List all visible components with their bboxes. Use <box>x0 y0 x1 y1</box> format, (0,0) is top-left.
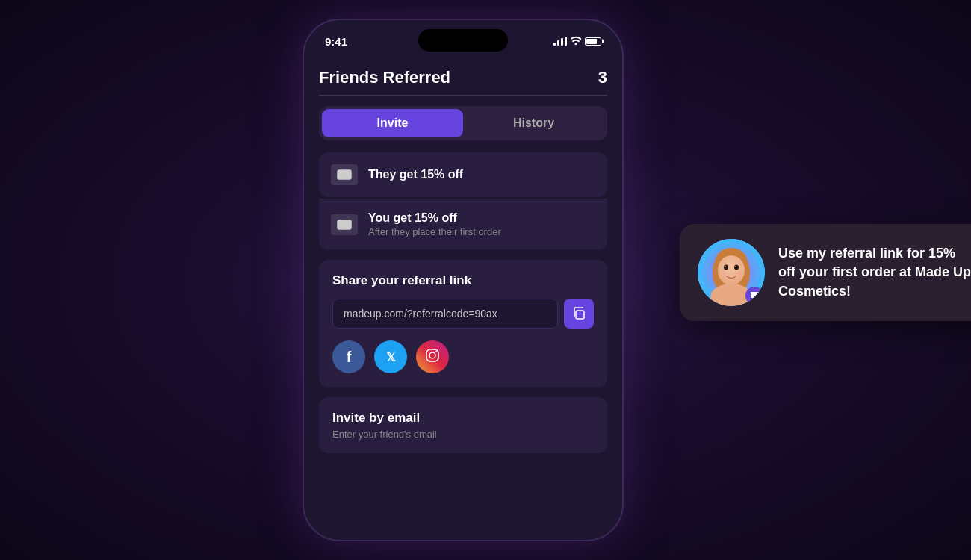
dynamic-island <box>418 29 508 52</box>
instagram-icon <box>425 348 440 367</box>
svg-rect-4 <box>338 220 351 229</box>
svg-point-16 <box>718 255 745 285</box>
wifi-icon <box>571 36 581 47</box>
status-bar: 9:41 <box>304 20 622 53</box>
svg-point-20 <box>735 266 736 267</box>
they-get-text: They get 15% off <box>368 168 463 181</box>
header-divider <box>319 95 607 96</box>
tab-history[interactable]: History <box>463 109 604 137</box>
svg-point-22 <box>736 272 742 276</box>
phone-content: Friends Referred 3 Invite History The <box>304 53 622 453</box>
copy-icon <box>572 307 586 320</box>
svg-rect-8 <box>576 311 584 319</box>
svg-point-19 <box>725 266 726 267</box>
coupon-icon-1 <box>331 164 358 185</box>
page-title: Friends Referred <box>319 68 450 87</box>
coupon-icon-2 <box>331 214 358 235</box>
email-section: Invite by email Enter your friend's emai… <box>319 397 607 453</box>
instagram-button[interactable] <box>416 340 449 373</box>
svg-point-11 <box>435 351 437 352</box>
share-section: Share your referral link f 𝕏 <box>319 260 607 387</box>
facebook-button[interactable]: f <box>332 340 365 373</box>
notification-text: Use my referral link for 15% off your fi… <box>778 244 971 301</box>
svg-point-10 <box>429 352 435 358</box>
copy-button[interactable] <box>564 299 594 329</box>
tab-invite[interactable]: Invite <box>322 109 463 137</box>
message-icon <box>750 291 760 301</box>
you-get-text: You get 15% off <box>368 211 501 225</box>
friends-count: 3 <box>598 68 607 87</box>
svg-point-21 <box>720 272 726 276</box>
svg-point-18 <box>734 265 739 270</box>
referral-url-input[interactable] <box>332 299 558 329</box>
avatar <box>698 239 765 306</box>
email-section-title: Invite by email <box>332 411 594 426</box>
status-icons <box>553 36 601 47</box>
twitter-button[interactable]: 𝕏 <box>374 340 407 373</box>
facebook-icon: f <box>347 349 352 366</box>
signal-icon <box>553 37 567 46</box>
phone-frame: 9:41 Friends Referred 3 <box>303 19 624 541</box>
referral-row <box>332 299 594 329</box>
svg-point-2 <box>339 172 341 173</box>
share-title: Share your referral link <box>332 273 594 288</box>
status-time: 9:41 <box>325 35 347 48</box>
email-section-subtitle: Enter your friend's email <box>332 429 594 440</box>
benefit-card-they-get: They get 15% off <box>319 152 607 197</box>
page-header: Friends Referred 3 <box>319 53 607 95</box>
svg-point-3 <box>339 176 341 178</box>
benefit-card-you-get: You get 15% off After they place their f… <box>319 199 607 249</box>
svg-rect-0 <box>338 170 351 179</box>
svg-point-17 <box>724 265 728 270</box>
twitter-icon: 𝕏 <box>386 350 396 364</box>
svg-point-7 <box>339 226 341 228</box>
battery-icon <box>585 37 601 46</box>
social-buttons-row: f 𝕏 <box>332 340 594 373</box>
tab-bar: Invite History <box>319 106 607 140</box>
notification-card: Use my referral link for 15% off your fi… <box>680 224 971 321</box>
you-get-subtext: After they place their first order <box>368 226 501 237</box>
svg-point-6 <box>339 222 341 223</box>
message-badge <box>745 287 763 305</box>
